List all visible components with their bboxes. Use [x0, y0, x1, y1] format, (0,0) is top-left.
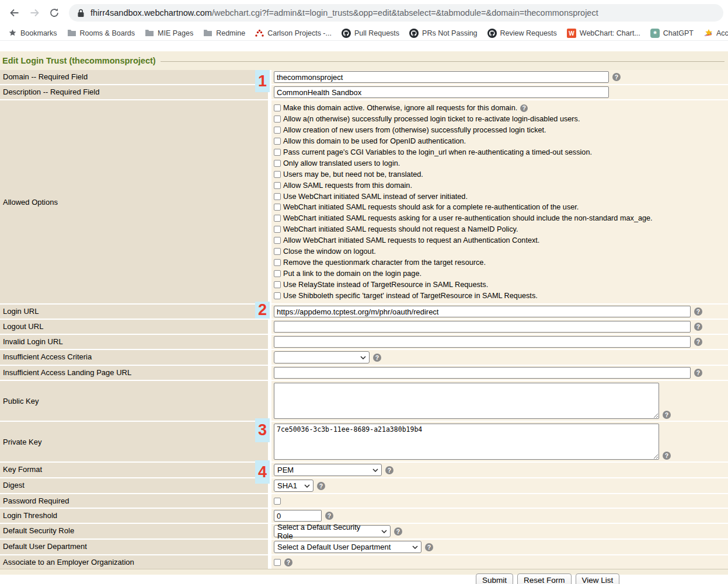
insufficient-access-criteria-select[interactable]: [274, 351, 370, 363]
checkbox[interactable]: [274, 215, 281, 222]
domain-input[interactable]: [274, 71, 609, 83]
option-label: Close the window on logout.: [283, 247, 376, 256]
annotation-marker-3: 3: [255, 418, 270, 442]
checkbox[interactable]: [274, 259, 281, 266]
select-value: PEM: [277, 466, 294, 474]
reload-button[interactable]: [44, 3, 64, 23]
bookmark-pull-requests[interactable]: Pull Requests: [342, 29, 399, 38]
checkbox[interactable]: [274, 182, 281, 189]
allowed-options-list: Make this domain active. Otherwise, igno…: [274, 102, 653, 302]
bookmark-prs-not-passing[interactable]: PRs Not Passing: [409, 29, 477, 38]
reset-form-button[interactable]: Reset Form: [517, 573, 572, 584]
checkbox[interactable]: [274, 281, 281, 288]
github-icon: [409, 29, 419, 38]
option-label: Allow SAML requests from this domain.: [283, 181, 412, 190]
field-row-login-url: Login URL: [0, 305, 728, 319]
help-icon[interactable]: [694, 307, 702, 316]
checkbox[interactable]: [274, 138, 281, 145]
insufficient-access-landing-input[interactable]: [274, 367, 691, 379]
redmine-icon: [255, 29, 264, 37]
annotation-marker-2: 2: [255, 302, 270, 319]
help-icon[interactable]: [663, 452, 671, 460]
help-icon[interactable]: [520, 104, 528, 112]
github-icon: [487, 29, 497, 38]
help-icon[interactable]: [284, 558, 292, 566]
checkbox[interactable]: [274, 127, 281, 134]
bookmark-redmine[interactable]: Redmine: [203, 29, 245, 37]
address-bar[interactable]: fhirr4sandbox.webchartnow.com/webchart.c…: [69, 4, 723, 22]
checkbox[interactable]: [274, 248, 281, 255]
checkbox[interactable]: [274, 226, 281, 233]
help-icon[interactable]: [612, 73, 621, 81]
submit-button[interactable]: Submit: [476, 573, 513, 584]
checkbox[interactable]: [274, 149, 281, 156]
bookmark-webchart[interactable]: W WebChart: Chart...: [567, 29, 640, 38]
private-key-textarea[interactable]: 7ce50036-3c3b-11ee-8689-a21a380b19b4: [274, 424, 659, 460]
checkbox[interactable]: [274, 160, 281, 167]
legend-divider: [161, 61, 724, 62]
default-security-role-select[interactable]: Select a Default Security Role: [274, 525, 391, 537]
chatgpt-icon: *: [650, 29, 660, 38]
option-item: WebChart initiated SAML requests asking …: [274, 213, 653, 224]
field-row-allowed-options: Allowed Options Make this domain active.…: [0, 100, 728, 303]
public-key-textarea[interactable]: [274, 383, 659, 419]
annotation-marker-4: 4: [255, 460, 270, 484]
key-format-select[interactable]: PEM: [274, 464, 382, 476]
option-item: WebChart initiated SAML requests should …: [274, 202, 653, 213]
bookmark-rooms-boards[interactable]: Rooms & Boards: [67, 29, 135, 37]
checkbox[interactable]: [274, 237, 281, 244]
description-input[interactable]: [274, 86, 609, 98]
forward-button[interactable]: [25, 3, 44, 23]
field-row-employer-org: Associate to an Employer Organization: [0, 555, 728, 569]
login-url-input[interactable]: [274, 306, 691, 317]
checkbox[interactable]: [274, 104, 281, 111]
option-item: Close the window on logout.: [274, 246, 653, 257]
help-icon[interactable]: [394, 527, 402, 536]
option-label: Remove the questionmark character from t…: [283, 258, 486, 267]
help-icon[interactable]: [425, 543, 433, 551]
bookmark-label: Redmine: [216, 29, 245, 37]
back-button[interactable]: [5, 3, 25, 23]
bookmark-bookmarks[interactable]: Bookmarks: [8, 29, 57, 37]
help-icon[interactable]: [385, 466, 393, 474]
checkbox[interactable]: [274, 270, 281, 277]
field-label: Private Key: [0, 422, 268, 461]
digest-select[interactable]: SHA1: [274, 480, 314, 492]
logout-url-input[interactable]: [274, 321, 691, 333]
option-item: Put a link to the domain on the login pa…: [274, 268, 653, 279]
login-trust-form: Domain -- Required Field Description -- …: [0, 70, 728, 569]
help-icon[interactable]: [317, 482, 325, 490]
help-icon[interactable]: [694, 369, 702, 377]
password-required-checkbox[interactable]: [274, 498, 281, 505]
option-label: Allow this domain to be used for OpenID …: [283, 137, 466, 145]
checkbox[interactable]: [274, 116, 281, 123]
reload-icon: [48, 7, 60, 19]
field-row-insufficient-access-criteria: Insufficient Access Criteria: [0, 350, 728, 365]
chevron-down-icon: [372, 468, 378, 472]
checkbox[interactable]: [274, 193, 281, 200]
bookmark-label: Pull Requests: [354, 29, 399, 37]
option-item: Users may be, but need not be, translate…: [274, 169, 653, 180]
bookmark-review-requests[interactable]: Review Requests: [487, 29, 557, 38]
bookmark-label: Bookmarks: [20, 29, 57, 37]
view-list-button[interactable]: View List: [576, 573, 620, 584]
invalid-login-url-input[interactable]: [274, 336, 691, 348]
default-user-department-select[interactable]: Select a Default User Department: [274, 541, 422, 553]
option-label: WebChart initiated SAML requests should …: [283, 203, 579, 211]
help-icon[interactable]: [325, 512, 333, 520]
bookmark-carlson-projects[interactable]: Carlson Projects -...: [255, 29, 332, 37]
checkbox[interactable]: [274, 292, 281, 299]
help-icon[interactable]: [373, 354, 381, 362]
bookmark-label: PRs Not Passing: [422, 29, 477, 37]
help-icon[interactable]: [694, 338, 702, 346]
checkbox[interactable]: [274, 204, 281, 211]
bookmark-mie-pages[interactable]: MIE Pages: [145, 29, 193, 37]
help-icon[interactable]: [663, 411, 671, 419]
field-label: Insufficient Access Criteria: [0, 350, 268, 365]
checkbox[interactable]: [274, 171, 281, 178]
bookmark-acc[interactable]: Acc: [703, 29, 728, 38]
help-icon[interactable]: [694, 323, 702, 331]
login-threshold-input[interactable]: [274, 510, 322, 522]
bookmark-chatgpt[interactable]: * ChatGPT: [650, 29, 694, 38]
employer-org-checkbox[interactable]: [274, 559, 281, 566]
